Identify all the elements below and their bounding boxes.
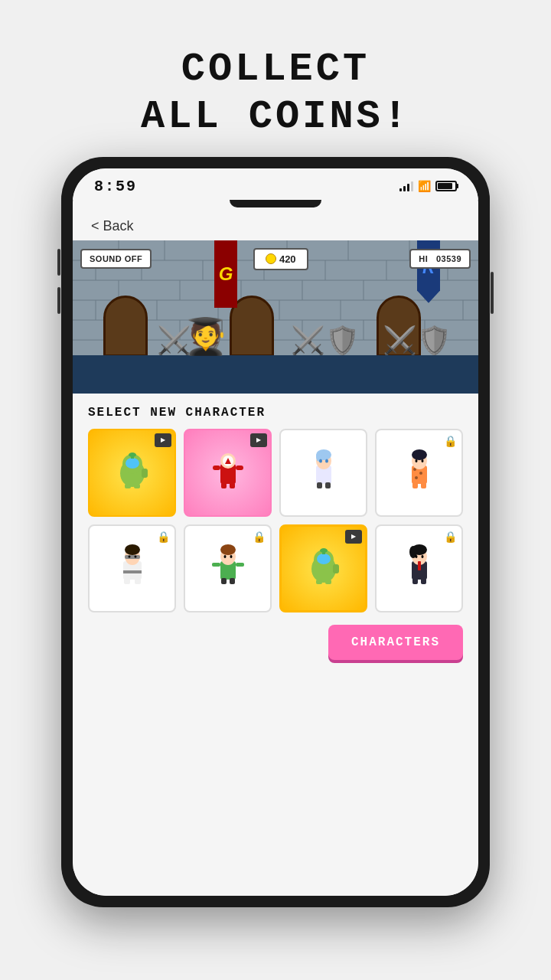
character-sprite-7 bbox=[304, 544, 344, 592]
svg-rect-60 bbox=[317, 482, 322, 488]
svg-rect-94 bbox=[316, 580, 322, 584]
svg-point-103 bbox=[421, 555, 423, 558]
lock-icon-5: 🔒 bbox=[157, 531, 170, 543]
svg-rect-42 bbox=[125, 484, 131, 488]
signal-bar-2 bbox=[403, 186, 406, 191]
tv-ad-icon-2 bbox=[250, 433, 267, 447]
character-sprite-5 bbox=[112, 544, 152, 592]
svg-rect-95 bbox=[325, 580, 331, 584]
character-card-7[interactable] bbox=[279, 524, 367, 612]
svg-rect-89 bbox=[230, 578, 235, 584]
tv-ad-icon-7 bbox=[345, 530, 362, 544]
svg-point-78 bbox=[134, 556, 136, 558]
characters-button[interactable]: CHARACTERS bbox=[328, 625, 463, 660]
character-card-1[interactable] bbox=[88, 429, 176, 517]
character-card-4[interactable]: 🔒 bbox=[375, 429, 463, 517]
coin-symbol bbox=[266, 253, 276, 264]
svg-point-59 bbox=[325, 459, 328, 463]
svg-rect-93 bbox=[333, 564, 339, 573]
svg-point-83 bbox=[220, 544, 236, 555]
svg-rect-106 bbox=[421, 578, 426, 584]
back-button[interactable]: < Back bbox=[73, 207, 478, 240]
knight-statue-3: ⚔️🛡️ bbox=[383, 325, 452, 357]
svg-point-58 bbox=[319, 459, 322, 463]
svg-rect-76 bbox=[125, 555, 140, 559]
svg-point-84 bbox=[223, 555, 226, 558]
svg-point-69 bbox=[421, 459, 423, 462]
character-sprite-1 bbox=[112, 449, 152, 496]
svg-point-77 bbox=[128, 556, 130, 558]
character-card-2[interactable] bbox=[184, 429, 272, 517]
character-sprite-2 bbox=[208, 449, 248, 496]
svg-point-65 bbox=[415, 476, 418, 479]
svg-rect-79 bbox=[124, 578, 130, 584]
svg-point-75 bbox=[125, 544, 140, 555]
svg-rect-43 bbox=[134, 484, 140, 488]
svg-rect-87 bbox=[236, 563, 244, 567]
lock-icon-8: 🔒 bbox=[444, 531, 457, 543]
battery-fill bbox=[438, 183, 452, 189]
signal-bar-1 bbox=[399, 188, 402, 191]
svg-rect-97 bbox=[322, 550, 325, 554]
title-line1: COLLECT bbox=[141, 46, 410, 93]
character-sprite-6 bbox=[208, 544, 248, 592]
character-grid: 🔒 bbox=[88, 429, 463, 612]
svg-point-92 bbox=[317, 554, 331, 564]
svg-point-85 bbox=[230, 555, 232, 558]
title-line2: ALL COINS! bbox=[141, 93, 410, 141]
svg-rect-88 bbox=[221, 578, 227, 584]
svg-rect-71 bbox=[421, 482, 426, 488]
character-card-3[interactable] bbox=[279, 429, 367, 517]
character-section: SELECT NEW CHARACTER bbox=[73, 394, 478, 896]
volume-up-button bbox=[57, 249, 60, 276]
game-character: 🧑‍🎓 bbox=[184, 315, 227, 357]
svg-rect-50 bbox=[213, 466, 220, 470]
character-card-6[interactable]: 🔒 bbox=[184, 524, 272, 612]
character-sprite-8 bbox=[399, 544, 439, 592]
character-sprite-4 bbox=[399, 449, 439, 496]
svg-rect-80 bbox=[135, 578, 141, 584]
svg-rect-70 bbox=[412, 482, 418, 488]
svg-rect-53 bbox=[230, 482, 235, 488]
svg-point-102 bbox=[415, 555, 417, 558]
door-1 bbox=[103, 296, 148, 357]
svg-rect-41 bbox=[142, 469, 148, 478]
signal-bar-3 bbox=[407, 184, 409, 191]
svg-point-68 bbox=[415, 459, 417, 462]
characters-button-row: CHARACTERS bbox=[88, 622, 463, 666]
svg-rect-45 bbox=[131, 455, 134, 459]
status-time: 8:59 bbox=[94, 178, 137, 195]
volume-down-button bbox=[57, 287, 60, 314]
hi-label: HI bbox=[419, 254, 428, 263]
signal-bar-4 bbox=[411, 181, 413, 191]
status-icons: 📶 bbox=[399, 180, 457, 192]
coin-count: 420 bbox=[279, 253, 296, 265]
svg-point-64 bbox=[419, 472, 422, 475]
sound-button[interactable]: SOUND OFF bbox=[80, 249, 152, 269]
lock-icon-6: 🔒 bbox=[253, 531, 266, 543]
hi-score: 03539 bbox=[436, 254, 461, 263]
svg-rect-51 bbox=[236, 466, 243, 470]
svg-rect-104 bbox=[418, 561, 421, 570]
phone-mockup: 8:59 📶 < Back bbox=[61, 157, 490, 907]
back-label[interactable]: < Back bbox=[91, 218, 134, 234]
character-card-5[interactable]: 🔒 bbox=[88, 524, 176, 612]
power-button bbox=[491, 272, 494, 314]
coin-display: 420 bbox=[253, 248, 308, 270]
wifi-icon: 📶 bbox=[418, 180, 431, 192]
svg-rect-61 bbox=[325, 482, 331, 488]
hud-bar: SOUND OFF 420 HI 03539 bbox=[73, 248, 478, 270]
lock-icon-4: 🔒 bbox=[444, 435, 457, 447]
svg-rect-86 bbox=[212, 563, 220, 567]
knight-statue-2: ⚔️🛡️ bbox=[291, 325, 360, 357]
phone-screen: 8:59 📶 < Back bbox=[73, 168, 478, 896]
section-title: SELECT NEW CHARACTER bbox=[88, 406, 463, 420]
character-card-8[interactable]: 🔒 bbox=[375, 524, 463, 612]
game-floor bbox=[73, 355, 478, 394]
svg-rect-52 bbox=[221, 482, 227, 488]
character-sprite-3 bbox=[304, 449, 344, 496]
svg-rect-105 bbox=[412, 578, 418, 584]
svg-rect-73 bbox=[123, 570, 142, 573]
tv-ad-icon-1 bbox=[155, 433, 171, 447]
signal-icon bbox=[399, 181, 413, 191]
